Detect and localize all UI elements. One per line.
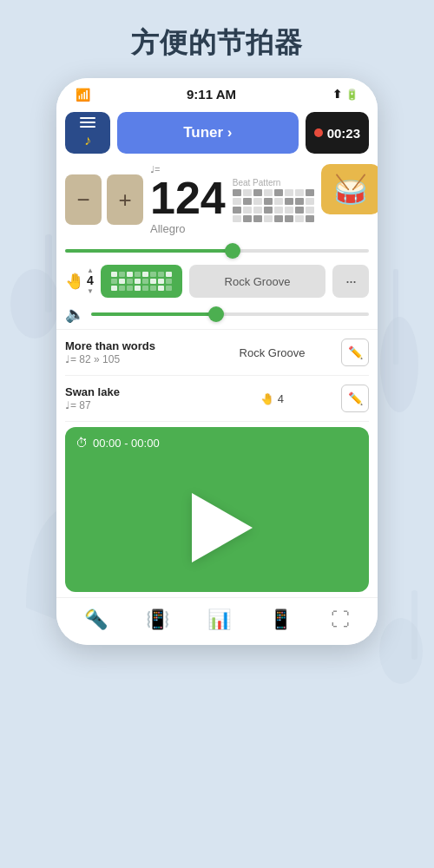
- beat-cell[interactable]: [233, 189, 241, 196]
- song-info-2: Swan lake ♩= 87: [65, 385, 203, 411]
- song-edit-button-2[interactable]: ✏️: [341, 385, 369, 412]
- bpm-number-row: 124: [150, 175, 226, 220]
- more-button[interactable]: ···: [332, 265, 369, 298]
- bpm-plus-button[interactable]: +: [107, 174, 143, 225]
- drum-button[interactable]: 🥁: [321, 164, 378, 214]
- header-bar: ♪ Tuner › 00:23: [56, 107, 378, 159]
- play-button-area[interactable]: [76, 476, 358, 580]
- beat-cell[interactable]: [306, 189, 314, 196]
- volume-slider-thumb[interactable]: [208, 306, 224, 322]
- beat-cell[interactable]: [295, 207, 304, 214]
- volume-slider-track[interactable]: [91, 312, 369, 316]
- location-icon: ⬆: [332, 88, 342, 101]
- beat-cell[interactable]: [233, 207, 241, 214]
- beat-cell[interactable]: [243, 198, 252, 205]
- beat-cell[interactable]: [285, 207, 293, 214]
- record-time: 00:23: [327, 126, 360, 141]
- beat-cell[interactable]: [306, 215, 314, 222]
- nav-item-flashlight[interactable]: 🔦: [84, 608, 108, 631]
- clock-icon: ⏱: [76, 436, 88, 450]
- volume-slider-fill: [91, 312, 216, 316]
- svg-point-4: [379, 618, 423, 684]
- beat-cell[interactable]: [295, 198, 304, 205]
- beat-cell[interactable]: [306, 198, 314, 205]
- song-edit-button-1[interactable]: ✏️: [341, 339, 369, 366]
- active-pattern-button[interactable]: [101, 265, 182, 298]
- nav-item-chart[interactable]: 📊: [207, 608, 231, 631]
- song-pattern-2: 🤚 4: [203, 392, 341, 405]
- song-item-1[interactable]: More than words ♩= 82 » 105 Rock Groove …: [65, 330, 369, 376]
- song-info-1: More than words ♩= 82 » 105: [65, 339, 203, 365]
- beat-cell[interactable]: [264, 215, 273, 222]
- tempo-slider-fill: [65, 249, 233, 253]
- time-sig-value: 4: [87, 274, 94, 287]
- svg-point-0: [10, 269, 59, 339]
- beat-cell[interactable]: [274, 207, 283, 214]
- record-button[interactable]: 00:23: [306, 112, 369, 154]
- svg-point-2: [380, 317, 418, 412]
- menu-button[interactable]: ♪: [65, 112, 110, 154]
- flashlight-icon: 🔦: [84, 608, 108, 631]
- beat-cell[interactable]: [264, 207, 273, 214]
- hand-icon: 🤚: [65, 272, 84, 291]
- player-area: ⏱ 00:00 - 00:00: [65, 427, 369, 592]
- beat-cell[interactable]: [253, 198, 262, 205]
- vibrate-icon: 📳: [146, 608, 169, 631]
- beat-cell[interactable]: [306, 207, 314, 214]
- song-bpm-2: ♩= 87: [65, 399, 203, 411]
- beat-cell[interactable]: [274, 189, 283, 196]
- beat-cell[interactable]: [285, 189, 293, 196]
- beat-cell[interactable]: [295, 215, 304, 222]
- time-sig-down-arrow: ▼: [87, 288, 94, 296]
- beat-cell[interactable]: [274, 215, 283, 222]
- svg-rect-5: [411, 590, 418, 660]
- rock-groove-button[interactable]: Rock Groove: [189, 265, 326, 298]
- beat-cell[interactable]: [295, 189, 304, 196]
- rock-groove-label: Rock Groove: [225, 275, 291, 288]
- status-bar: 📶 9:11 AM ⬆ 🔋: [56, 78, 378, 107]
- bpm-minus-button[interactable]: −: [65, 174, 102, 225]
- beat-pattern-grid[interactable]: [233, 189, 314, 222]
- svg-rect-3: [393, 269, 398, 365]
- hamburger-icon: [80, 117, 95, 128]
- battery-icon: 🔋: [345, 89, 358, 101]
- tempo-slider-thumb[interactable]: [225, 243, 240, 259]
- song-item-2[interactable]: Swan lake ♩= 87 🤚 4 ✏️: [65, 376, 369, 422]
- record-dot-icon: [314, 128, 323, 137]
- beat-cell[interactable]: [285, 198, 293, 205]
- tempo-slider-row: [56, 240, 378, 260]
- tempo-slider-track[interactable]: [65, 249, 369, 253]
- song-title-1: More than words: [65, 339, 203, 352]
- drum-icon: 🥁: [333, 173, 368, 206]
- tuner-button[interactable]: Tuner ›: [117, 112, 299, 154]
- status-right: ⬆ 🔋: [332, 88, 358, 101]
- beat-pattern-area: Beat Pattern: [233, 164, 314, 235]
- beat-cell[interactable]: [253, 189, 262, 196]
- tuner-label: Tuner ›: [183, 124, 232, 141]
- plus-label: +: [118, 187, 131, 214]
- volume-slider-track-wrap: [91, 307, 369, 321]
- player-time-row: ⏱ 00:00 - 00:00: [76, 436, 358, 450]
- beat-cell[interactable]: [233, 215, 241, 222]
- bpm-row: − + ♩= 124 Allegro Beat Pattern: [56, 159, 378, 240]
- beat-cell[interactable]: [233, 198, 241, 205]
- beat-cell[interactable]: [285, 215, 293, 222]
- beat-cell[interactable]: [243, 189, 252, 196]
- time-signature[interactable]: ▲ 4 ▼: [87, 267, 94, 296]
- beat-cell[interactable]: [243, 215, 252, 222]
- phone-frame: 📶 9:11 AM ⬆ 🔋 ♪ Tuner › 00:23 −: [56, 78, 378, 645]
- nav-item-phone[interactable]: 📱: [269, 608, 293, 631]
- bottom-nav: 🔦 📳 📊 📱 ⛶: [56, 597, 378, 645]
- nav-item-expand[interactable]: ⛶: [331, 608, 350, 631]
- beat-cell[interactable]: [243, 207, 252, 214]
- beat-cell[interactable]: [264, 198, 273, 205]
- status-time: 9:11 AM: [90, 87, 332, 102]
- beat-cell[interactable]: [253, 215, 262, 222]
- song-pattern-text-1: Rock Groove: [240, 346, 306, 359]
- beat-cell[interactable]: [274, 198, 283, 205]
- nav-item-vibrate[interactable]: 📳: [146, 608, 169, 631]
- song-bpm-1: ♩= 82 » 105: [65, 353, 203, 365]
- song-pattern-1: Rock Groove: [203, 346, 341, 359]
- beat-cell[interactable]: [253, 207, 262, 214]
- beat-cell[interactable]: [264, 189, 273, 196]
